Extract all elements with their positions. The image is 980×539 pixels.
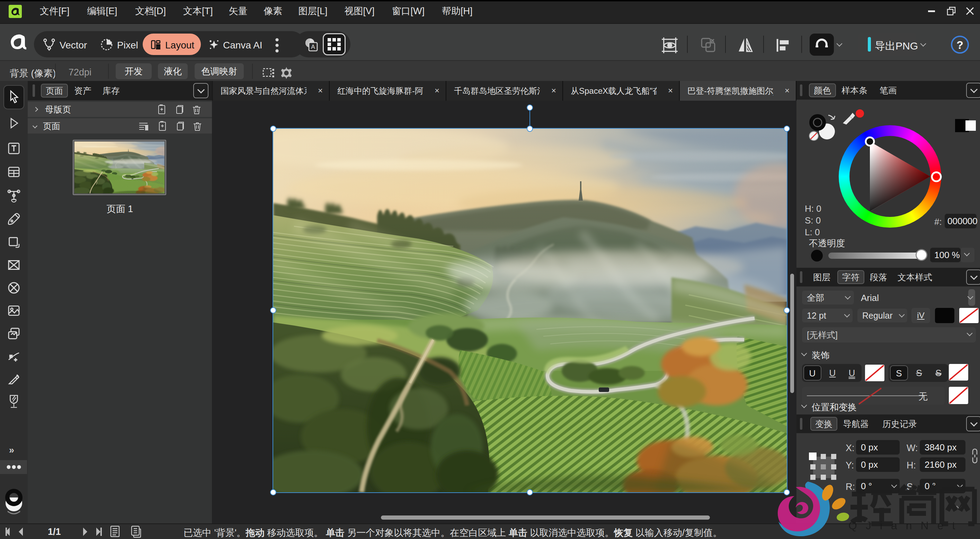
svg-text:QJianNet: QJianNet: [848, 519, 964, 532]
svg-text:A: A: [311, 44, 315, 50]
